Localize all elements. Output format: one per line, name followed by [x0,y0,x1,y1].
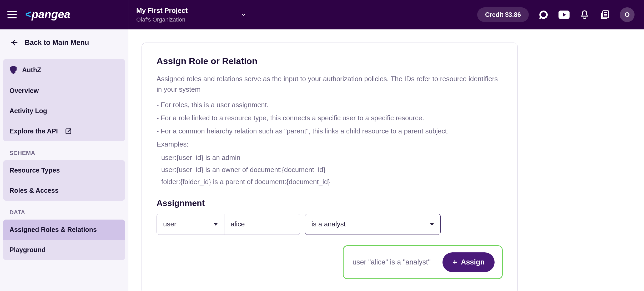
info-bullet: - For a common heiarchy relation such as… [157,126,503,136]
svg-point-2 [541,12,546,17]
sidebar-item-explore-api[interactable]: Explore the API [3,121,125,141]
dropdown-icon [430,223,434,226]
credit-badge[interactable]: Credit $3.86 [477,7,529,22]
sidebar-item-label: Activity Log [9,107,47,115]
role-value: is a analyst [311,220,346,228]
page-title: Assign Role or Relation [157,56,503,66]
examples-label: Examples: [157,139,499,149]
org-name: Olaf's Organization [136,16,188,23]
sidebar-item-resource-types[interactable]: Resource Types [3,160,125,180]
assign-button-label: Assign [461,258,485,266]
docs-icon[interactable] [599,9,611,20]
sidebar-item-overview[interactable]: Overview [3,81,125,101]
assignment-heading: Assignment [157,198,503,208]
svg-text:+: + [15,70,17,74]
back-button[interactable]: Back to Main Menu [0,29,128,56]
sidebar-item-playground[interactable]: Playground [3,240,125,260]
topbar-left: < pangea [0,0,128,29]
role-select[interactable]: is a analyst [305,214,441,235]
assign-card: Assign Role or Relation Assigned roles a… [142,43,518,291]
sidebar-item-label: Assigned Roles & Relations [9,226,97,233]
project-name: My First Project [136,6,188,15]
description-text: Assigned roles and relations serve as th… [157,74,499,95]
subject-id-input[interactable] [231,220,294,228]
confirm-box: user "alice" is a "analyst" + Assign [343,245,503,279]
bell-icon[interactable] [579,9,590,20]
external-link-icon [65,128,72,135]
top-header: < pangea My First Project Olaf's Organiz… [0,0,644,29]
svg-text:pangea: pangea [31,9,70,20]
chevron-down-icon [241,12,246,18]
menu-icon[interactable] [7,11,17,18]
subject-type-select[interactable]: user [157,214,224,235]
info-bullet: - For roles, this is a user assignment. [157,100,503,110]
svg-text:<: < [25,9,32,20]
subject-type-value: user [163,220,177,228]
sidebar: Back to Main Menu + AuthZ Overview Activ… [0,29,128,291]
assignment-row: user is a analyst [157,214,503,235]
sidebar-heading-schema: SCHEMA [3,141,125,160]
avatar[interactable]: O [620,7,635,22]
sidebar-item-label: Overview [9,87,39,95]
sidebar-item-assigned-roles[interactable]: Assigned Roles & Relations [3,220,125,240]
brand-logo[interactable]: < pangea [25,9,88,21]
sidebar-item-label: Roles & Access [9,187,59,194]
project-switcher[interactable]: My First Project Olaf's Organization [128,0,257,29]
dropdown-icon [214,223,218,226]
sidebar-item-label: Explore the API [9,127,58,135]
example-line: user:{user_id} is an owner of document:{… [157,164,503,175]
sidebar-item-label: Playground [9,246,46,254]
topbar-right: Credit $3.86 O [477,0,644,29]
info-bullet: - For a role linked to a resource type, … [157,113,503,123]
subject-id-input-wrap[interactable] [224,214,300,235]
sidebar-item-roles-access[interactable]: Roles & Access [3,180,125,201]
example-line: user:{user_id} is an admin [157,152,503,163]
confirm-text: user "alice" is a "analyst" [353,258,430,266]
video-icon[interactable] [558,9,570,20]
chat-icon[interactable] [538,9,549,20]
back-label: Back to Main Menu [25,39,89,47]
product-label: AuthZ [22,66,41,74]
sidebar-item-activity-log[interactable]: Activity Log [3,101,125,121]
sidebar-product-authz[interactable]: + AuthZ [3,59,125,81]
main-content: Assign Role or Relation Assigned roles a… [128,29,644,291]
assign-button[interactable]: + Assign [442,252,495,272]
example-line: folder:{folder_id} is a parent of docume… [157,176,503,187]
sidebar-item-label: Resource Types [9,167,60,174]
sidebar-heading-data: DATA [3,201,125,220]
arrow-left-icon [10,38,18,47]
shield-icon: + [9,65,17,74]
